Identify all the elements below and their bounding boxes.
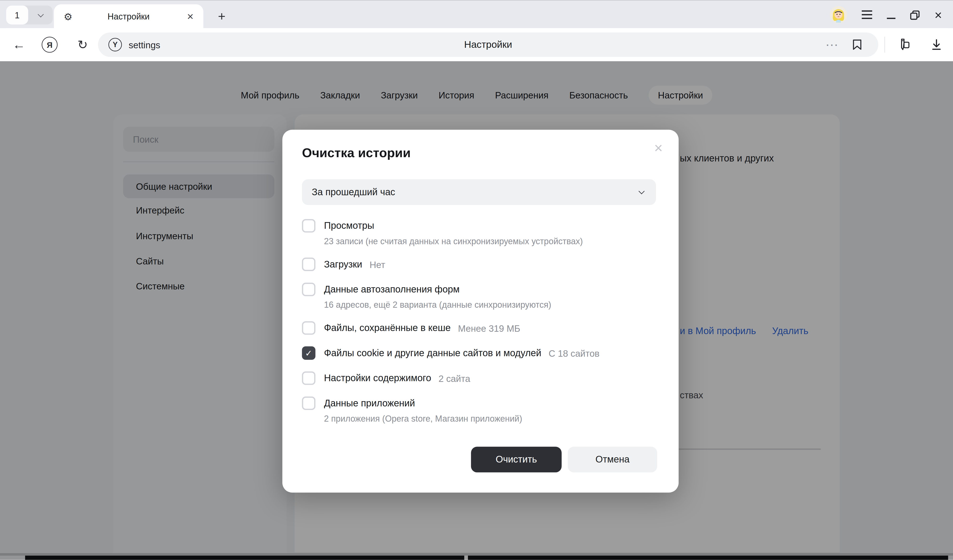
tab-close-icon[interactable]: × [185, 11, 196, 22]
checkbox-cache[interactable] [302, 321, 316, 335]
checkbox-downloads[interactable] [302, 258, 316, 271]
tabs-dropdown-button[interactable] [28, 5, 53, 25]
tab-settings[interactable]: ⚙ Настройки × [54, 4, 203, 29]
cancel-button[interactable]: Отмена [568, 447, 657, 472]
more-dots-icon[interactable]: ··· [826, 39, 839, 50]
checkbox-app-data[interactable] [302, 396, 316, 410]
checkbox-cookies[interactable]: ✓ [302, 346, 316, 360]
list-item: Данные приложений 2 приложения (Opera st… [302, 396, 661, 423]
downloads-icon[interactable] [926, 28, 947, 61]
bookmark-icon[interactable] [852, 39, 862, 50]
browser-window: 1 ⚙ Настройки × + [0, 0, 953, 560]
list-item: Загрузки Нет [302, 258, 661, 271]
passwords-key-icon[interactable] [893, 28, 914, 61]
list-item: ✓ Файлы cookie и другие данные сайтов и … [302, 346, 661, 360]
window-close-icon[interactable]: × [934, 8, 942, 21]
url-bar[interactable]: Y settings Настройки ··· [98, 32, 878, 57]
restore-icon[interactable] [910, 11, 920, 20]
check-icon: ✓ [305, 348, 312, 358]
list-item: Настройки содержимого 2 сайта [302, 371, 661, 385]
checkbox-autofill[interactable] [302, 283, 316, 296]
list-item: Просмотры 23 записи (не считая данных на… [302, 219, 661, 246]
tab-bar: 1 ⚙ Настройки × + [0, 0, 953, 28]
clear-history-dialog: × Очистка истории За прошедший час Просм… [282, 130, 678, 493]
yandex-logo-icon[interactable]: Я [40, 28, 59, 61]
gear-icon: ⚙ [64, 11, 73, 22]
reload-icon[interactable]: ↻ [73, 28, 92, 61]
tab-counter[interactable]: 1 [6, 5, 28, 25]
chevron-down-icon [37, 11, 43, 17]
girl-avatar-icon [830, 6, 847, 23]
tab-counter-group[interactable]: 1 [6, 5, 53, 25]
toolbar-divider [885, 37, 885, 53]
minimize-icon[interactable] [886, 18, 895, 19]
period-value: За прошедший час [312, 187, 395, 198]
checkbox-content-settings[interactable] [302, 371, 316, 385]
new-tab-button[interactable]: + [212, 7, 231, 26]
clear-button[interactable]: Очистить [471, 447, 562, 472]
menu-icon[interactable] [861, 10, 872, 19]
back-arrow-icon[interactable]: ← [10, 28, 28, 61]
list-item: Данные автозаполнения форм 16 адресов, е… [302, 283, 661, 309]
list-item: Файлы, сохранённые в кеше Менее 319 МБ [302, 321, 661, 335]
chevron-down-icon [639, 188, 644, 194]
profile-avatar[interactable] [830, 6, 847, 23]
settings-page: Мой профиль Закладки Загрузки История Ра… [0, 61, 953, 560]
page-title: Настройки [98, 39, 878, 50]
dialog-title: Очистка истории [302, 145, 411, 160]
tab-title: Настройки [73, 12, 185, 22]
checkbox-views[interactable] [302, 219, 316, 232]
history-item-list: Просмотры 23 записи (не считая данных на… [302, 219, 661, 435]
dialog-close-icon[interactable]: × [654, 141, 663, 156]
toolbar: ← Я ↻ Y settings Настройки ··· [0, 28, 953, 61]
period-select[interactable]: За прошедший час [302, 179, 656, 205]
